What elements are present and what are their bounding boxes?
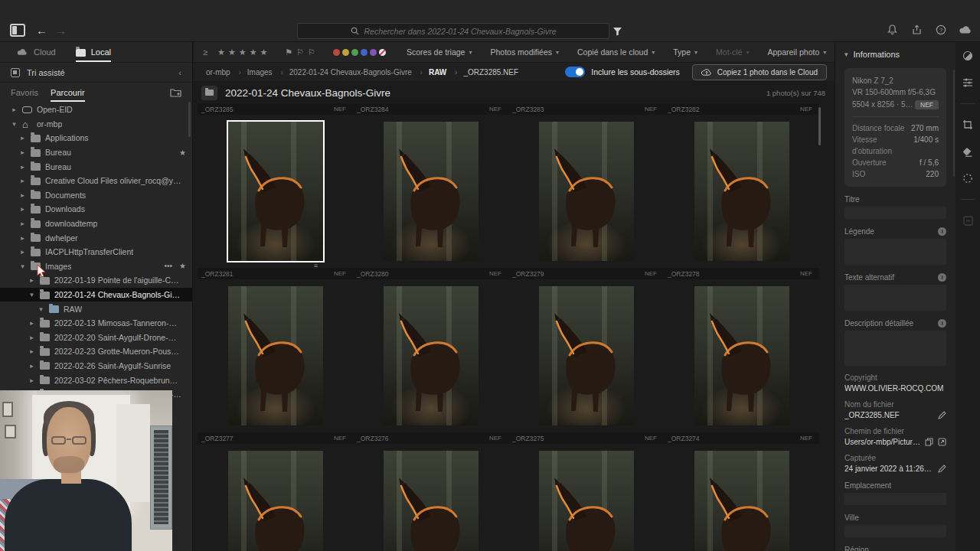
reveal-in-finder-icon[interactable] xyxy=(938,438,946,446)
info-panel-header[interactable]: ▾ Informations xyxy=(844,50,946,59)
copy-path-icon[interactable] xyxy=(925,438,933,446)
filter-dropdown[interactable]: Appareil photo ▾ xyxy=(768,47,827,57)
breadcrumb-item[interactable]: _ORZ3285.NEF xyxy=(463,68,518,77)
folder-tree-item[interactable]: Creative Cloud Files olivier_rocq@yahoo.… xyxy=(0,174,192,188)
photo-thumbnail-cell[interactable]: _ORZ3285 NEF xyxy=(198,103,353,268)
metadata-field-input[interactable] xyxy=(844,331,946,366)
rating-threshold-icon[interactable]: ≥ xyxy=(203,47,207,57)
folder-tree-item[interactable]: Applications ••• ★ xyxy=(0,131,192,145)
info-panel-scrollbar[interactable] xyxy=(953,70,955,177)
folder-tree-item[interactable]: Open-EID ••• ★ xyxy=(0,103,192,117)
chevron-icon[interactable] xyxy=(28,291,35,298)
folder-tree-item[interactable]: 2022-01-24 Chevaux-Bagnols-Givre ••• ★ xyxy=(0,288,192,302)
photo-thumbnail[interactable] xyxy=(694,286,789,425)
photo-thumbnail-cell[interactable]: _ORZ3275 NEF xyxy=(508,432,664,551)
back-arrow-icon[interactable]: ← xyxy=(36,24,47,37)
photo-thumbnail[interactable] xyxy=(384,286,479,425)
chevron-icon[interactable] xyxy=(19,191,26,199)
breadcrumb-item[interactable]: RAW xyxy=(429,68,463,77)
flag-unflagged-icon[interactable]: ⚐ xyxy=(296,47,304,57)
chevron-icon[interactable] xyxy=(11,106,18,113)
assisted-sort-row[interactable]: Tri assisté ‹ xyxy=(0,63,192,83)
chevron-icon[interactable] xyxy=(19,248,26,256)
app-window-icon[interactable] xyxy=(10,24,25,37)
filter-dropdown[interactable]: Copié dans le cloud ▾ xyxy=(577,47,655,57)
breadcrumb-item[interactable]: 2022-01-24 Chevaux-Bagnols-Givre xyxy=(289,68,429,77)
chevron-icon[interactable] xyxy=(19,262,26,270)
chevron-icon[interactable] xyxy=(38,305,44,313)
photo-thumbnail-cell[interactable]: _ORZ3282 NEF xyxy=(664,103,819,268)
favorite-star-icon[interactable]: ★ xyxy=(179,262,186,270)
photo-thumbnail-cell[interactable]: _ORZ3281 NEF xyxy=(198,268,353,432)
folder-tree-item[interactable]: or-mbp ••• ★ xyxy=(0,117,192,132)
filter-dropdown[interactable]: Mot-clé ▾ xyxy=(716,47,749,57)
chevron-icon[interactable] xyxy=(19,134,26,142)
more-options-icon[interactable]: ••• xyxy=(165,262,173,270)
metadata-field-input[interactable] xyxy=(844,285,946,311)
collapse-panel-icon[interactable]: ‹ xyxy=(178,68,181,77)
photo-thumbnail[interactable] xyxy=(694,451,789,551)
new-folder-icon[interactable] xyxy=(170,88,181,97)
copy-to-cloud-button[interactable]: Copiez 1 photo dans le Cloud xyxy=(692,64,827,80)
photo-thumbnail[interactable] xyxy=(228,451,323,551)
label-color-dot[interactable] xyxy=(351,49,358,56)
folder-tree-item[interactable]: Bureau ••• ★ xyxy=(0,159,192,174)
export-panel-icon[interactable] xyxy=(962,214,974,227)
notifications-bell-icon[interactable] xyxy=(885,23,899,37)
folder-tree-item[interactable]: 2022-03-02 Pêchers-Roquebrune-Drone ••• … xyxy=(0,373,192,387)
folder-tree-item[interactable]: 2022-02-13 Mimosas-Tanneron-Vallon-... •… xyxy=(0,316,192,331)
photo-thumbnail-cell[interactable]: _ORZ3274 NEF xyxy=(664,432,819,551)
edit-pencil-icon[interactable] xyxy=(938,465,946,473)
metadata-field-input[interactable] xyxy=(844,239,946,265)
chevron-icon[interactable] xyxy=(19,163,26,171)
grid-scrollbar[interactable] xyxy=(818,107,821,145)
crop-icon[interactable] xyxy=(962,119,974,131)
photo-thumbnail-cell[interactable]: _ORZ3284 NEF xyxy=(353,103,508,268)
photo-thumbnail-cell[interactable]: _ORZ3276 NEF xyxy=(353,432,508,551)
chevron-icon[interactable] xyxy=(28,362,35,370)
photo-thumbnail[interactable] xyxy=(384,122,479,261)
sidebar-scrollbar[interactable] xyxy=(188,102,191,137)
label-color-dot[interactable] xyxy=(342,49,349,56)
contrast-circle-icon[interactable] xyxy=(962,50,974,62)
tab-cloud[interactable]: Cloud xyxy=(17,42,56,62)
include-subfolders-toggle[interactable] xyxy=(565,67,585,77)
location-field-input[interactable] xyxy=(844,525,946,537)
chevron-icon[interactable] xyxy=(28,319,35,327)
help-icon[interactable]: ? xyxy=(934,23,948,37)
location-field-input[interactable] xyxy=(844,493,946,505)
photo-thumbnail-cell[interactable]: _ORZ3278 NEF xyxy=(664,268,819,432)
folder-tree-item[interactable]: Documents ••• ★ xyxy=(0,188,192,203)
chevron-icon[interactable] xyxy=(28,377,35,384)
healing-eraser-icon[interactable] xyxy=(962,145,974,158)
label-color-dot[interactable] xyxy=(379,49,386,56)
search-input[interactable]: Rechercher dans 2022-01-24 Chevaux-Bagno… xyxy=(297,23,609,39)
breadcrumb-item[interactable]: or-mbp xyxy=(206,68,247,77)
share-icon[interactable] xyxy=(910,23,923,37)
filter-funnel-button[interactable] xyxy=(609,23,626,39)
filter-dropdown[interactable]: Scores de triage ▾ xyxy=(407,47,472,57)
chevron-icon[interactable] xyxy=(19,177,26,184)
tab-favorites[interactable]: Favoris xyxy=(11,83,38,103)
label-color-dot[interactable] xyxy=(370,49,377,56)
metadata-field-input[interactable] xyxy=(844,207,946,219)
photo-thumbnail[interactable] xyxy=(384,451,479,551)
photo-thumbnail[interactable] xyxy=(539,122,634,261)
star-rating-filter[interactable]: ★★★★★ xyxy=(217,47,270,57)
photo-thumbnail[interactable] xyxy=(694,122,789,261)
folder-tree-item[interactable]: RAW ••• ★ xyxy=(0,302,192,316)
photo-thumbnail-cell[interactable]: _ORZ3277 NEF xyxy=(198,432,353,551)
flag-reject-icon[interactable]: ⚐ xyxy=(308,47,315,57)
chevron-icon[interactable] xyxy=(19,148,26,156)
folder-tree-item[interactable]: 2022-01-19 Pointe de l'aiguille-Cormoran… xyxy=(0,273,192,288)
forward-arrow-icon[interactable]: → xyxy=(55,24,67,37)
photo-thumbnail[interactable] xyxy=(228,122,323,261)
folder-tree-item[interactable]: 2022-02-23 Grotte-Mueron-Poussière ••• ★ xyxy=(0,344,192,359)
breadcrumb-item[interactable]: Images xyxy=(247,68,289,77)
folder-tree-item[interactable]: Bureau ••• ★ xyxy=(0,145,192,160)
folder-tree-item[interactable]: Images ••• ★ xyxy=(0,259,192,274)
photo-thumbnail[interactable] xyxy=(228,286,323,425)
cloud-status-icon[interactable] xyxy=(959,23,972,37)
tab-local[interactable]: Local xyxy=(76,42,111,62)
photo-thumbnail-cell[interactable]: _ORZ3279 NEF xyxy=(508,268,664,432)
